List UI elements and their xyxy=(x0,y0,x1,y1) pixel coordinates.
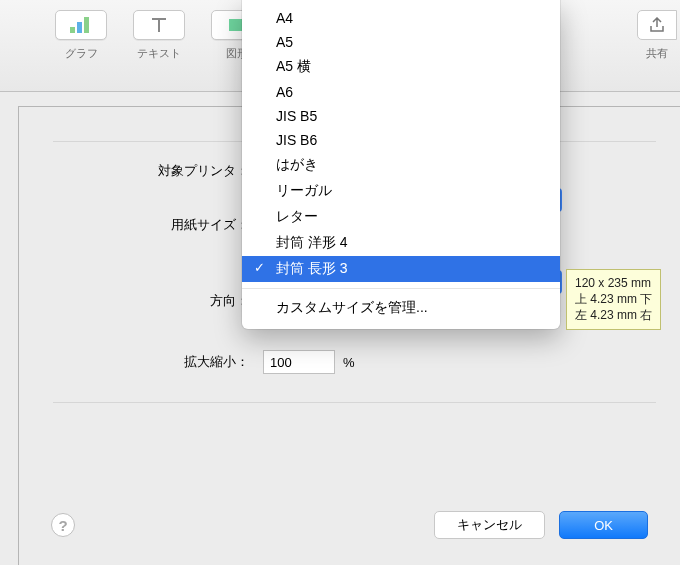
tooltip-line: 120 x 235 mm xyxy=(575,275,652,291)
papersize-option[interactable]: A5 xyxy=(242,30,560,54)
papersize-label: 用紙サイズ： xyxy=(19,216,251,234)
svg-rect-2 xyxy=(84,17,89,33)
tooltip-line: 左 4.23 mm 右 xyxy=(575,307,652,323)
papersize-option[interactable]: はがき xyxy=(242,152,560,178)
scale-input[interactable] xyxy=(263,350,335,374)
papersize-option[interactable]: JIS B6 xyxy=(242,128,560,152)
papersize-option[interactable]: A5 横 xyxy=(242,54,560,80)
help-button[interactable]: ? xyxy=(51,513,75,537)
toolbar-text-button[interactable]: テキスト xyxy=(120,10,198,61)
toolbar-label: 共有 xyxy=(646,46,668,61)
printer-label: 対象プリンタ： xyxy=(19,162,251,180)
cancel-button[interactable]: キャンセル xyxy=(434,511,545,539)
toolbar-label: グラフ xyxy=(65,46,98,61)
svg-rect-1 xyxy=(77,22,82,33)
papersize-option[interactable]: 封筒 洋形 4 xyxy=(242,230,560,256)
toolbar-share-button[interactable]: 共有 xyxy=(634,10,680,61)
papersize-option[interactable]: JIS B5 xyxy=(242,104,560,128)
tooltip-line: 上 4.23 mm 下 xyxy=(575,291,652,307)
papersize-tooltip: 120 x 235 mm 上 4.23 mm 下 左 4.23 mm 右 xyxy=(566,269,661,330)
papersize-option[interactable]: A6 xyxy=(242,80,560,104)
papersize-option[interactable]: レター xyxy=(242,204,560,230)
scale-label: 拡大縮小： xyxy=(19,353,251,371)
papersize-option[interactable]: リーガル xyxy=(242,178,560,204)
svg-rect-0 xyxy=(70,27,75,33)
papersize-dropdown: A4 A5 A5 横 A6 JIS B5 JIS B6 はがき リーガル レター… xyxy=(242,0,560,329)
text-icon xyxy=(133,10,185,40)
ok-button[interactable]: OK xyxy=(559,511,648,539)
scale-unit: % xyxy=(343,355,355,370)
papersize-option[interactable]: A4 xyxy=(242,6,560,30)
toolbar-graph-button[interactable]: グラフ xyxy=(42,10,120,61)
chart-icon xyxy=(55,10,107,40)
toolbar-label: テキスト xyxy=(137,46,181,61)
orientation-label: 方向： xyxy=(19,292,251,310)
papersize-custom-option[interactable]: カスタムサイズを管理... xyxy=(242,295,560,321)
papersize-option-selected[interactable]: 封筒 長形 3 xyxy=(242,256,560,282)
scale-row: 拡大縮小： % xyxy=(19,350,680,374)
share-icon xyxy=(637,10,677,40)
